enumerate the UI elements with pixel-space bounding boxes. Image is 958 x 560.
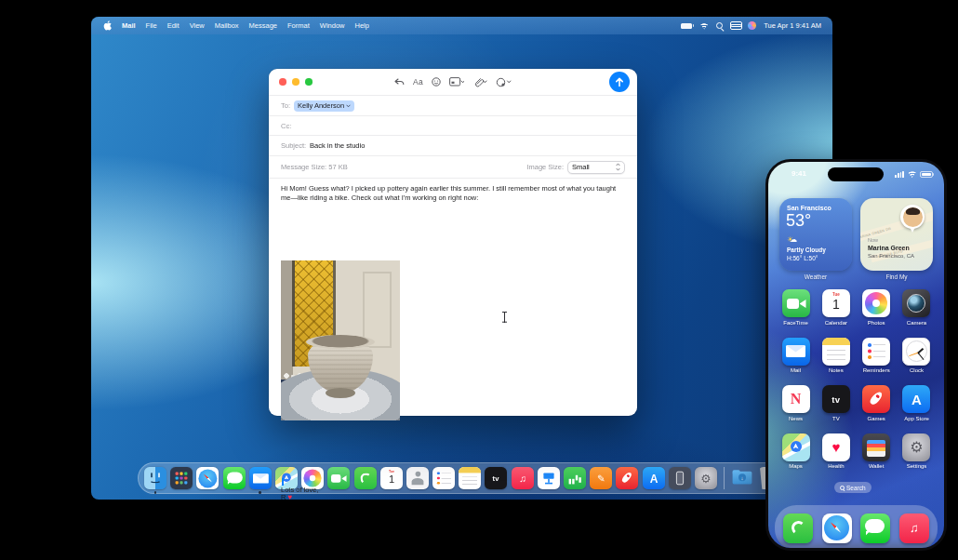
app-clock[interactable]: Clock: [901, 338, 932, 374]
findmy-widget[interactable]: MARINA GREEN DR MARINA BLVD Now Marina G…: [860, 198, 933, 271]
dock-icon-phone[interactable]: [354, 467, 377, 489]
siri-icon[interactable]: [748, 21, 756, 30]
recipient-token[interactable]: Kelly Anderson: [294, 100, 354, 112]
dock-icon-facetime[interactable]: [327, 467, 350, 489]
dock-icon-calendar[interactable]: Tue1: [380, 467, 403, 489]
dock-icon-downloads[interactable]: ↓: [731, 467, 753, 489]
minimize-button[interactable]: [292, 78, 299, 86]
pottery-photo[interactable]: [281, 260, 400, 420]
app-settings[interactable]: ⚙Settings: [901, 433, 932, 470]
cc-field[interactable]: Cc:: [269, 115, 637, 135]
to-label: To:: [281, 101, 290, 110]
insert-photo-icon[interactable]: [496, 77, 512, 87]
to-field[interactable]: To: Kelly Anderson: [269, 95, 637, 115]
battery-icon: [920, 171, 933, 178]
phone-dock-icon-phone[interactable]: [783, 513, 813, 543]
image-size-select[interactable]: Small: [567, 161, 625, 174]
menu-edit[interactable]: Edit: [167, 21, 180, 30]
dock-icon-reminders[interactable]: [432, 467, 455, 489]
menu-message[interactable]: Message: [249, 21, 277, 30]
app-app-store[interactable]: AApp Store: [901, 385, 932, 421]
dock-icon-contacts[interactable]: [406, 467, 429, 489]
app-games[interactable]: Games: [861, 385, 892, 421]
battery-icon[interactable]: [681, 23, 692, 29]
attachment-icon[interactable]: [472, 77, 487, 87]
zoom-button[interactable]: [305, 78, 313, 86]
app-tv[interactable]: tvTV: [820, 385, 851, 421]
dock-icon-keynote[interactable]: [538, 467, 560, 489]
apple-menu-icon[interactable]: [103, 20, 112, 31]
control-center-icon[interactable]: [730, 21, 740, 30]
menu-bar: Mail File Edit View Mailbox Message Form…: [91, 17, 832, 34]
cc-label: Cc:: [281, 122, 291, 130]
subject-field[interactable]: Subject: Back in the studio: [269, 135, 637, 155]
menu-format[interactable]: Format: [287, 21, 310, 30]
photo-bowl-rim: [306, 335, 375, 349]
phone-dock-icon-messages[interactable]: [860, 513, 890, 543]
close-button[interactable]: [279, 78, 286, 86]
dock-icon-app-store[interactable]: A: [643, 467, 665, 489]
phone-dock-icon-music[interactable]: ♫: [899, 513, 929, 543]
dock-icon-settings[interactable]: ⚙: [695, 467, 717, 489]
app-mail[interactable]: Mail: [780, 338, 811, 374]
dock-icon-launchpad[interactable]: [170, 467, 193, 489]
dock-icon-safari[interactable]: [196, 467, 219, 489]
undo-icon[interactable]: [394, 78, 405, 87]
dock-icon-mail[interactable]: [249, 467, 272, 489]
emoji-icon[interactable]: [432, 77, 441, 87]
phone-dock: ♫: [775, 505, 938, 548]
dock-icon-finder[interactable]: [144, 467, 166, 489]
dock-icon-notes[interactable]: [459, 467, 481, 489]
dock-icon-pages[interactable]: ✎: [590, 467, 612, 489]
phone-status-bar: 9:41: [768, 167, 944, 181]
avatar: [903, 207, 923, 227]
menu-clock[interactable]: Tue Apr 1 9:41 AM: [764, 21, 821, 30]
macos-desktop: Mail File Edit View Mailbox Message Form…: [91, 17, 832, 500]
dock-icon-numbers[interactable]: [564, 467, 586, 489]
stepper-chevrons-icon: [616, 163, 620, 171]
menu-file[interactable]: File: [146, 21, 157, 30]
app-news[interactable]: NNews: [780, 385, 811, 421]
menu-app-name[interactable]: Mail: [122, 21, 136, 30]
person-location-pin: [900, 205, 925, 229]
dock-icon-games[interactable]: [616, 467, 638, 489]
app-photos[interactable]: Photos: [861, 289, 892, 326]
app-facetime[interactable]: FaceTime: [780, 289, 811, 326]
wifi-icon[interactable]: [699, 22, 709, 30]
app-calendar[interactable]: Tue1Calendar: [820, 289, 851, 326]
chevron-down-icon: [346, 104, 351, 108]
search-icon[interactable]: [716, 22, 723, 29]
weather-widget[interactable]: San Francisco 53° ☀☁ Partly Cloudy H:56°…: [779, 198, 852, 271]
size-row: Message Size: 57 KB Image Size: Small: [269, 155, 637, 178]
weather-city: San Francisco: [787, 205, 832, 211]
app-maps[interactable]: Maps: [780, 433, 811, 470]
app-notes[interactable]: Notes: [820, 338, 851, 374]
dock-icon-music[interactable]: ♫: [512, 467, 534, 489]
dock-divider: [724, 467, 725, 489]
app-wallet[interactable]: Wallet: [861, 433, 892, 470]
mail-toolbar: Aa: [269, 69, 637, 95]
dock-icon-tv[interactable]: tv: [485, 467, 507, 489]
ibeam-cursor: [501, 311, 508, 324]
menu-window[interactable]: Window: [320, 21, 345, 30]
iphone: 9:41 San Francisco 53° ☀☁ Partly Cloudy …: [765, 159, 947, 551]
findmy-place: Marina Green: [868, 245, 910, 251]
message-body[interactable]: Hi Mom! Guess what? I picked up pottery …: [269, 178, 637, 417]
subject-value: Back in the studio: [310, 141, 365, 150]
heart-emoji: ♥: [288, 493, 293, 500]
menu-help[interactable]: Help: [354, 21, 368, 30]
menu-view[interactable]: View: [190, 21, 205, 30]
header-fields-icon[interactable]: [449, 77, 464, 87]
spotlight-search-pill[interactable]: Search: [834, 482, 872, 493]
app-health[interactable]: ♥Health: [820, 433, 851, 470]
app-reminders[interactable]: Reminders: [861, 338, 892, 374]
phone-dock-icon-safari[interactable]: [822, 513, 852, 543]
menu-mailbox[interactable]: Mailbox: [215, 21, 239, 30]
dock-icon-messages[interactable]: [223, 467, 246, 489]
app-camera[interactable]: Camera: [901, 289, 932, 326]
format-button[interactable]: Aa: [413, 77, 423, 87]
subject-label: Subject:: [281, 141, 306, 150]
mail-compose-window: Aa To: Kelly Anderson: [269, 69, 637, 416]
dock-icon-iphone-mirroring[interactable]: [669, 467, 691, 489]
send-button[interactable]: [609, 72, 630, 92]
